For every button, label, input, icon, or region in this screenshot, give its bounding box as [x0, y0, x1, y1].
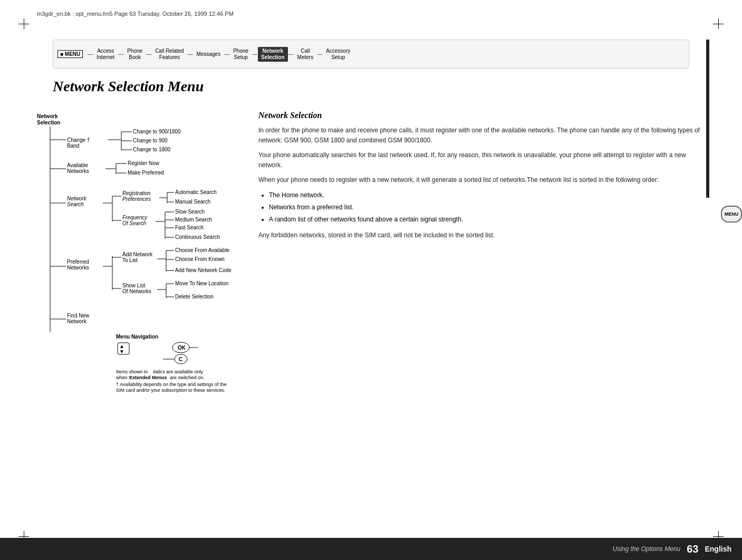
side-menu-label: MENU — [725, 211, 739, 217]
nav-arrow-3: — — [188, 51, 193, 57]
footer: Using the Options Menu 63 English — [0, 538, 742, 560]
diagram-area: .tree-text { font-family: Arial, sans-se… — [34, 111, 250, 429]
svg-text:To List: To List — [122, 257, 138, 263]
svg-text:Menu Navigation: Menu Navigation — [116, 334, 158, 340]
svg-text:Available: Available — [67, 162, 89, 168]
nav-arrow-6: — — [288, 51, 294, 57]
svg-text:when: when — [115, 375, 128, 380]
crosshair-top-right — [710, 16, 726, 32]
svg-text:Find New: Find New — [67, 313, 90, 318]
bullet-item-3: A random list of other networks found ab… — [269, 215, 705, 225]
paragraph-3: When your phone needs to register with a… — [258, 175, 705, 185]
section-title: Network Selection — [258, 111, 705, 120]
page-title: Network Selection Menu — [53, 78, 204, 95]
svg-text:▼: ▼ — [119, 349, 124, 354]
side-menu-button[interactable]: MENU — [721, 206, 742, 223]
svg-text:Add Network: Add Network — [122, 252, 153, 257]
svg-text:Of Search: Of Search — [122, 220, 146, 226]
svg-text:Automatic Search: Automatic Search — [175, 189, 217, 195]
bullet-item-2: Networks from a preferred list. — [269, 202, 705, 213]
nav-item-accessory-setup[interactable]: AccessorySetup — [323, 47, 353, 62]
svg-text:Make Preferred: Make Preferred — [128, 170, 164, 176]
svg-text:Networks: Networks — [67, 168, 89, 174]
svg-text:Choose From Known: Choose From Known — [175, 256, 225, 262]
svg-text:Show List: Show List — [122, 283, 146, 288]
footer-language: English — [705, 545, 731, 553]
sidebar-bar — [706, 40, 709, 198]
nav-item-network-selection[interactable]: NetworkSelection — [258, 47, 287, 62]
svg-text:Manual Search: Manual Search — [175, 199, 210, 205]
svg-text:Add New Network Code: Add New Network Code — [175, 267, 232, 273]
svg-text:Register Now: Register Now — [128, 160, 160, 166]
svg-text:Change to 1800: Change to 1800 — [133, 147, 171, 152]
nav-arrow-4: — — [224, 51, 229, 57]
svg-text:Registration: Registration — [122, 190, 151, 196]
svg-text:C: C — [179, 356, 182, 362]
svg-text:are available only: are available only — [166, 369, 204, 374]
svg-text:Search: Search — [67, 201, 84, 207]
nav-strip: ■ MENU — AccessInternet — PhoneBook — Ca… — [53, 40, 689, 69]
nav-arrow-1: — — [118, 51, 123, 57]
svg-text:Band: Band — [67, 143, 79, 149]
paragraph-1: In order for the phone to make and recei… — [258, 125, 705, 145]
footer-page-number: 63 — [687, 543, 698, 555]
header-label: m3gdr_en.bk : opt_menu.fm5 Page 63 Tuesd… — [37, 11, 234, 17]
nav-item-call-related[interactable]: Call RelatedFeatures — [152, 47, 187, 62]
svg-text:Network: Network — [67, 196, 87, 201]
svg-text:Medium Search: Medium Search — [175, 217, 212, 223]
svg-text:† Availability depends on the : † Availability depends on the type and s… — [116, 382, 226, 387]
final-paragraph: Any forbidden networks, stored in the SI… — [258, 230, 705, 240]
svg-text:Items shown in: Items shown in — [116, 369, 148, 374]
svg-text:Frequency: Frequency — [122, 215, 148, 220]
svg-text:Of Networks: Of Networks — [122, 288, 151, 294]
svg-text:Change to 900/1800: Change to 900/1800 — [133, 129, 181, 134]
svg-text:Continuous Search: Continuous Search — [175, 234, 220, 240]
nav-item-phone-book[interactable]: PhoneBook — [124, 47, 146, 62]
bullet-item-1: The Home network. — [269, 190, 705, 200]
svg-text:Choose From Available: Choose From Available — [175, 247, 230, 253]
nav-item-phone-setup[interactable]: PhoneSetup — [230, 47, 252, 62]
crosshair-top-left — [16, 16, 32, 32]
paragraph-2: Your phone automatically searches for th… — [258, 150, 705, 170]
svg-text:Change to 900: Change to 900 — [133, 138, 168, 143]
nav-item-access-internet[interactable]: AccessInternet — [93, 47, 118, 62]
svg-text:Network: Network — [67, 318, 87, 324]
svg-text:Move To New Location: Move To New Location — [175, 281, 228, 286]
svg-text:Slow Search: Slow Search — [175, 209, 205, 215]
svg-text:Change †: Change † — [67, 137, 90, 143]
footer-using-text: Using the Options Menu — [612, 545, 680, 553]
header-text: m3gdr_en.bk : opt_menu.fm5 Page 63 Tuesd… — [37, 11, 705, 17]
svg-text:Network: Network — [37, 113, 58, 119]
tree-diagram: .tree-text { font-family: Arial, sans-se… — [34, 111, 256, 427]
svg-text:SIM card and/or your subscript: SIM card and/or your subscription to the… — [116, 388, 225, 393]
svg-text:Extended Menus: Extended Menus — [129, 375, 167, 380]
bullet-list: The Home network. Networks from a prefer… — [269, 190, 705, 225]
svg-text:Preferences: Preferences — [122, 196, 151, 202]
nav-arrow-2: — — [146, 51, 151, 57]
menu-label: ■ MENU — [57, 50, 85, 58]
svg-text:Selection: Selection — [37, 120, 60, 125]
nav-item-call-meters[interactable]: CallMeters — [294, 47, 317, 62]
svg-text:are switched on.: are switched on. — [170, 375, 205, 380]
svg-text:Preferred: Preferred — [67, 259, 89, 265]
svg-text:Networks: Networks — [67, 265, 89, 271]
nav-arrow-7: — — [317, 51, 322, 57]
svg-text:Fast Search: Fast Search — [175, 225, 204, 230]
content-area: Network Selection In order for the phone… — [258, 111, 705, 245]
svg-text:OK: OK — [178, 345, 186, 351]
nav-arrow-5: — — [252, 51, 257, 57]
svg-text:Italics: Italics — [153, 369, 166, 374]
nav-arrow-0: — — [88, 51, 93, 57]
nav-item-messages[interactable]: Messages — [194, 50, 224, 59]
menu-box-icon: ■ MENU — [57, 50, 83, 58]
svg-text:Delete Selection: Delete Selection — [175, 294, 214, 300]
